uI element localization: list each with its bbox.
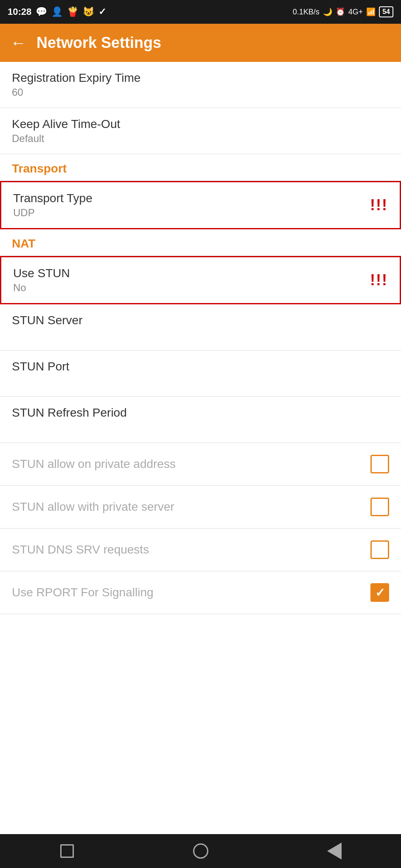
stun-refresh-value (12, 421, 389, 433)
stun-dns-srv-checkbox[interactable] (370, 540, 389, 559)
back-button[interactable]: ← (10, 35, 26, 51)
stun-port-value (12, 375, 389, 387)
use-stun-row[interactable]: Use STUN No !!! (0, 256, 401, 304)
stun-private-address-row[interactable]: STUN allow on private address (0, 443, 401, 486)
transport-alert-icon: !!! (370, 196, 388, 214)
nav-home-button[interactable] (191, 841, 211, 861)
use-stun-value: No (13, 282, 388, 294)
keep-alive-value: Default (12, 133, 389, 145)
stun-private-server-row[interactable]: STUN allow with private server (0, 486, 401, 529)
keep-alive-label: Keep Alive Time-Out (12, 117, 389, 131)
status-right: 0.1KB/s 🌙 ⏰ 4G+ 📶 54 (293, 6, 393, 17)
moon-icon: 🌙 (323, 7, 332, 17)
alarm-icon: ⏰ (336, 7, 345, 17)
time-display: 10:28 (8, 6, 31, 17)
use-rport-row[interactable]: Use RPORT For Signalling ✓ (0, 571, 401, 614)
stun-private-server-checkbox[interactable] (370, 498, 389, 516)
page-title: Network Settings (36, 34, 161, 52)
stun-port-row[interactable]: STUN Port (0, 351, 401, 397)
use-rport-label: Use RPORT For Signalling (12, 586, 154, 599)
transport-section-header: Transport (0, 154, 401, 181)
cat-icon: 😺 (83, 6, 94, 17)
stun-private-address-checkbox[interactable] (370, 455, 389, 473)
notification-icon: 👤 (51, 6, 63, 17)
stun-private-address-label: STUN allow on private address (12, 457, 176, 471)
stun-server-value (12, 329, 389, 341)
transport-type-value: UDP (13, 207, 388, 219)
use-rport-checkbox[interactable]: ✓ (370, 583, 389, 602)
network-speed: 0.1KB/s (293, 8, 320, 17)
status-left: 10:28 💬 👤 🍟 😺 ✓ (8, 6, 106, 17)
network-type: 4G+ (348, 8, 363, 17)
transport-type-label: Transport Type (13, 192, 388, 205)
nav-recent-button[interactable] (57, 841, 77, 861)
registration-expiry-value: 60 (12, 86, 389, 98)
registration-expiry-label: Registration Expiry Time (12, 71, 389, 85)
battery-display: 54 (379, 6, 393, 17)
nav-square-icon (60, 844, 74, 858)
settings-content: Registration Expiry Time 60 Keep Alive T… (0, 62, 401, 834)
nat-section-header: NAT (0, 229, 401, 256)
stun-dns-srv-row[interactable]: STUN DNS SRV requests (0, 529, 401, 571)
status-bar: 10:28 💬 👤 🍟 😺 ✓ 0.1KB/s 🌙 ⏰ 4G+ 📶 54 (0, 0, 401, 24)
navigation-bar (0, 834, 401, 868)
registration-expiry-row[interactable]: Registration Expiry Time 60 (0, 62, 401, 108)
check-mark: ✓ (375, 586, 385, 600)
check-icon: ✓ (98, 6, 106, 17)
nav-back-button[interactable] (324, 841, 345, 861)
stun-server-row[interactable]: STUN Server (0, 304, 401, 351)
page-header: ← Network Settings (0, 24, 401, 62)
stun-alert-icon: !!! (370, 271, 388, 289)
stun-dns-srv-label: STUN DNS SRV requests (12, 543, 149, 556)
whatsapp-icon: 💬 (36, 6, 47, 17)
mcdonalds-icon: 🍟 (67, 6, 79, 17)
nav-triangle-icon (327, 843, 342, 860)
stun-server-label: STUN Server (12, 314, 389, 327)
nat-label: NAT (12, 237, 35, 250)
transport-type-row[interactable]: Transport Type UDP !!! (0, 181, 401, 229)
use-stun-label: Use STUN (13, 267, 388, 280)
stun-refresh-label: STUN Refresh Period (12, 406, 389, 420)
keep-alive-row[interactable]: Keep Alive Time-Out Default (0, 108, 401, 154)
signal-icon: 📶 (366, 7, 376, 17)
stun-port-label: STUN Port (12, 360, 389, 373)
nav-circle-icon (193, 843, 208, 859)
stun-refresh-row[interactable]: STUN Refresh Period (0, 397, 401, 443)
transport-label: Transport (12, 162, 67, 175)
stun-private-server-label: STUN allow with private server (12, 500, 174, 514)
